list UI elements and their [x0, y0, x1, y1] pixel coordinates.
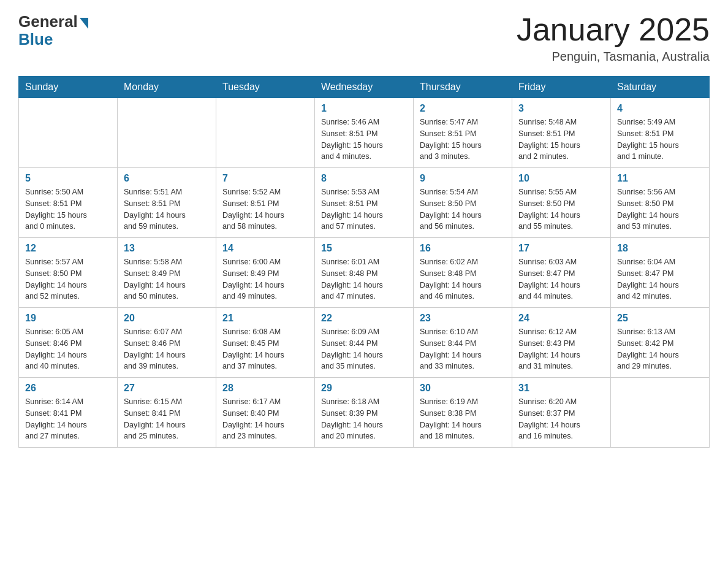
day-number: 2: [420, 103, 506, 114]
day-number: 20: [124, 313, 210, 324]
day-info: Sunrise: 6:18 AM Sunset: 8:39 PM Dayligh…: [321, 396, 407, 442]
title-section: January 2025 Penguin, Tasmania, Australi…: [517, 12, 710, 64]
day-cell-21: 21Sunrise: 6:08 AM Sunset: 8:45 PM Dayli…: [216, 308, 315, 378]
day-number: 15: [321, 243, 407, 254]
day-number: 18: [617, 243, 703, 254]
day-info: Sunrise: 6:13 AM Sunset: 8:42 PM Dayligh…: [617, 326, 703, 372]
logo: General Blue: [18, 12, 88, 49]
logo-arrow-icon: [80, 18, 88, 29]
day-cell-13: 13Sunrise: 5:58 AM Sunset: 8:49 PM Dayli…: [118, 238, 216, 308]
weekday-header-wednesday: Wednesday: [315, 77, 414, 98]
day-info: Sunrise: 5:46 AM Sunset: 8:51 PM Dayligh…: [321, 117, 407, 163]
day-cell-27: 27Sunrise: 6:15 AM Sunset: 8:41 PM Dayli…: [118, 378, 216, 448]
page-header: General Blue January 2025 Penguin, Tasma…: [18, 12, 710, 64]
day-cell-20: 20Sunrise: 6:07 AM Sunset: 8:46 PM Dayli…: [118, 308, 216, 378]
day-info: Sunrise: 6:00 AM Sunset: 8:49 PM Dayligh…: [222, 256, 308, 302]
day-info: Sunrise: 6:04 AM Sunset: 8:47 PM Dayligh…: [617, 256, 703, 302]
day-cell-26: 26Sunrise: 6:14 AM Sunset: 8:41 PM Dayli…: [19, 378, 118, 448]
week-row-5: 26Sunrise: 6:14 AM Sunset: 8:41 PM Dayli…: [19, 378, 710, 448]
day-cell-25: 25Sunrise: 6:13 AM Sunset: 8:42 PM Dayli…: [611, 308, 710, 378]
weekday-header-sunday: Sunday: [19, 77, 118, 98]
day-info: Sunrise: 6:01 AM Sunset: 8:48 PM Dayligh…: [321, 256, 407, 302]
day-cell-24: 24Sunrise: 6:12 AM Sunset: 8:43 PM Dayli…: [512, 308, 611, 378]
day-cell-30: 30Sunrise: 6:19 AM Sunset: 8:38 PM Dayli…: [414, 378, 512, 448]
day-info: Sunrise: 6:14 AM Sunset: 8:41 PM Dayligh…: [25, 396, 111, 442]
day-number: 12: [25, 243, 111, 254]
day-cell-1: 1Sunrise: 5:46 AM Sunset: 8:51 PM Daylig…: [315, 98, 414, 168]
day-cell-16: 16Sunrise: 6:02 AM Sunset: 8:48 PM Dayli…: [414, 238, 512, 308]
day-info: Sunrise: 5:54 AM Sunset: 8:50 PM Dayligh…: [420, 186, 506, 232]
location-text: Penguin, Tasmania, Australia: [517, 50, 710, 64]
day-cell-22: 22Sunrise: 6:09 AM Sunset: 8:44 PM Dayli…: [315, 308, 414, 378]
day-number: 26: [25, 383, 111, 394]
day-info: Sunrise: 5:50 AM Sunset: 8:51 PM Dayligh…: [25, 186, 111, 232]
day-cell-2: 2Sunrise: 5:47 AM Sunset: 8:51 PM Daylig…: [414, 98, 512, 168]
month-title: January 2025: [517, 12, 710, 47]
empty-cell: [19, 98, 118, 168]
empty-cell: [611, 378, 710, 448]
day-number: 3: [518, 103, 604, 114]
day-info: Sunrise: 5:48 AM Sunset: 8:51 PM Dayligh…: [518, 117, 604, 163]
day-cell-18: 18Sunrise: 6:04 AM Sunset: 8:47 PM Dayli…: [611, 238, 710, 308]
day-info: Sunrise: 5:53 AM Sunset: 8:51 PM Dayligh…: [321, 186, 407, 232]
day-cell-19: 19Sunrise: 6:05 AM Sunset: 8:46 PM Dayli…: [19, 308, 118, 378]
day-info: Sunrise: 5:56 AM Sunset: 8:50 PM Dayligh…: [617, 186, 703, 232]
day-cell-14: 14Sunrise: 6:00 AM Sunset: 8:49 PM Dayli…: [216, 238, 315, 308]
day-cell-3: 3Sunrise: 5:48 AM Sunset: 8:51 PM Daylig…: [512, 98, 611, 168]
day-cell-4: 4Sunrise: 5:49 AM Sunset: 8:51 PM Daylig…: [611, 98, 710, 168]
week-row-4: 19Sunrise: 6:05 AM Sunset: 8:46 PM Dayli…: [19, 308, 710, 378]
day-cell-5: 5Sunrise: 5:50 AM Sunset: 8:51 PM Daylig…: [19, 168, 118, 238]
day-info: Sunrise: 6:03 AM Sunset: 8:47 PM Dayligh…: [518, 256, 604, 302]
day-cell-23: 23Sunrise: 6:10 AM Sunset: 8:44 PM Dayli…: [414, 308, 512, 378]
empty-cell: [118, 98, 216, 168]
day-cell-15: 15Sunrise: 6:01 AM Sunset: 8:48 PM Dayli…: [315, 238, 414, 308]
day-info: Sunrise: 5:49 AM Sunset: 8:51 PM Dayligh…: [617, 117, 703, 163]
day-cell-8: 8Sunrise: 5:53 AM Sunset: 8:51 PM Daylig…: [315, 168, 414, 238]
day-number: 5: [25, 173, 111, 184]
day-info: Sunrise: 6:09 AM Sunset: 8:44 PM Dayligh…: [321, 326, 407, 372]
week-row-2: 5Sunrise: 5:50 AM Sunset: 8:51 PM Daylig…: [19, 168, 710, 238]
empty-cell: [216, 98, 315, 168]
weekday-header-friday: Friday: [512, 77, 611, 98]
day-cell-11: 11Sunrise: 5:56 AM Sunset: 8:50 PM Dayli…: [611, 168, 710, 238]
day-info: Sunrise: 6:07 AM Sunset: 8:46 PM Dayligh…: [124, 326, 210, 372]
day-info: Sunrise: 6:20 AM Sunset: 8:37 PM Dayligh…: [518, 396, 604, 442]
day-info: Sunrise: 5:57 AM Sunset: 8:50 PM Dayligh…: [25, 256, 111, 302]
day-number: 14: [222, 243, 308, 254]
day-cell-12: 12Sunrise: 5:57 AM Sunset: 8:50 PM Dayli…: [19, 238, 118, 308]
day-cell-7: 7Sunrise: 5:52 AM Sunset: 8:51 PM Daylig…: [216, 168, 315, 238]
day-number: 13: [124, 243, 210, 254]
day-info: Sunrise: 6:17 AM Sunset: 8:40 PM Dayligh…: [222, 396, 308, 442]
day-number: 17: [518, 243, 604, 254]
day-number: 28: [222, 383, 308, 394]
day-number: 8: [321, 173, 407, 184]
day-number: 27: [124, 383, 210, 394]
day-info: Sunrise: 6:15 AM Sunset: 8:41 PM Dayligh…: [124, 396, 210, 442]
day-number: 10: [518, 173, 604, 184]
day-info: Sunrise: 6:08 AM Sunset: 8:45 PM Dayligh…: [222, 326, 308, 372]
day-cell-9: 9Sunrise: 5:54 AM Sunset: 8:50 PM Daylig…: [414, 168, 512, 238]
day-cell-17: 17Sunrise: 6:03 AM Sunset: 8:47 PM Dayli…: [512, 238, 611, 308]
day-number: 4: [617, 103, 703, 114]
day-info: Sunrise: 5:51 AM Sunset: 8:51 PM Dayligh…: [124, 186, 210, 232]
day-number: 25: [617, 313, 703, 324]
day-cell-6: 6Sunrise: 5:51 AM Sunset: 8:51 PM Daylig…: [118, 168, 216, 238]
day-cell-29: 29Sunrise: 6:18 AM Sunset: 8:39 PM Dayli…: [315, 378, 414, 448]
day-info: Sunrise: 6:02 AM Sunset: 8:48 PM Dayligh…: [420, 256, 506, 302]
day-number: 11: [617, 173, 703, 184]
day-number: 29: [321, 383, 407, 394]
day-cell-10: 10Sunrise: 5:55 AM Sunset: 8:50 PM Dayli…: [512, 168, 611, 238]
day-info: Sunrise: 5:52 AM Sunset: 8:51 PM Dayligh…: [222, 186, 308, 232]
weekday-header-tuesday: Tuesday: [216, 77, 315, 98]
day-cell-28: 28Sunrise: 6:17 AM Sunset: 8:40 PM Dayli…: [216, 378, 315, 448]
day-info: Sunrise: 6:19 AM Sunset: 8:38 PM Dayligh…: [420, 396, 506, 442]
weekday-header-thursday: Thursday: [414, 77, 512, 98]
day-info: Sunrise: 5:58 AM Sunset: 8:49 PM Dayligh…: [124, 256, 210, 302]
weekday-header-monday: Monday: [118, 77, 216, 98]
day-number: 24: [518, 313, 604, 324]
day-info: Sunrise: 6:05 AM Sunset: 8:46 PM Dayligh…: [25, 326, 111, 372]
day-number: 16: [420, 243, 506, 254]
weekday-header-row: SundayMondayTuesdayWednesdayThursdayFrid…: [19, 77, 710, 98]
week-row-1: 1Sunrise: 5:46 AM Sunset: 8:51 PM Daylig…: [19, 98, 710, 168]
day-number: 23: [420, 313, 506, 324]
